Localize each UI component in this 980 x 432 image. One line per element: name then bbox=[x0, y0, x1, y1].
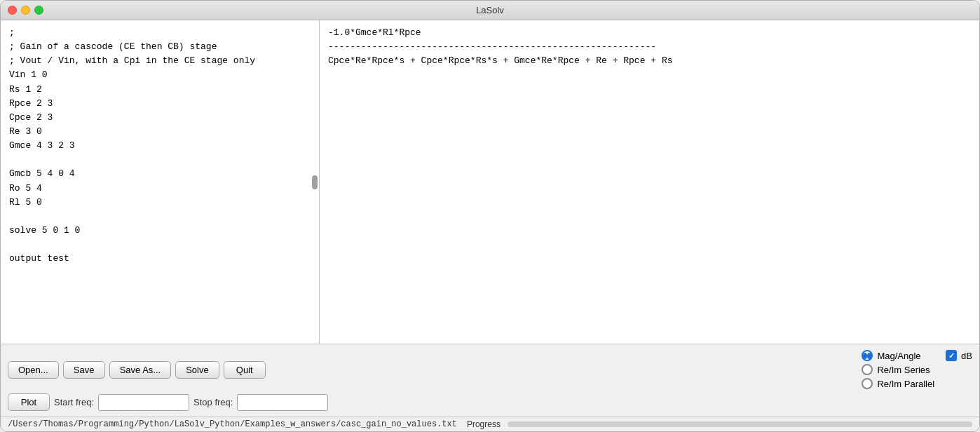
quit-button[interactable]: Quit bbox=[224, 361, 266, 379]
start-freq-label: Start freq: bbox=[54, 397, 94, 407]
radio-circle-mag-angle bbox=[862, 350, 873, 361]
scrollbar-handle[interactable] bbox=[312, 175, 318, 189]
plot-button[interactable]: Plot bbox=[8, 393, 50, 411]
start-freq-input[interactable] bbox=[98, 394, 189, 411]
output-line-2: ----------------------------------------… bbox=[328, 40, 971, 54]
right-controls: Mag/Angle Re/Im Series Re/Im Parallel ✓ bbox=[855, 350, 972, 389]
output-line-1: -1.0*Gmce*Rl*Rpce bbox=[328, 26, 971, 40]
output-line-3: Cpce*Re*Rpce*s + Cpce*Rpce*Rs*s + Gmce*R… bbox=[328, 54, 971, 68]
title-bar: LaSolv bbox=[1, 1, 979, 20]
editor-textarea[interactable]: ; ; Gain of a cascode (CE then CB) stage… bbox=[1, 20, 319, 344]
output-pane: -1.0*Gmce*Rl*Rpce ----------------------… bbox=[320, 20, 979, 344]
editor-pane: ; ; Gain of a cascode (CE then CB) stage… bbox=[1, 20, 320, 344]
progress-bar bbox=[508, 421, 972, 427]
radio-mag-angle-label: Mag/Angle bbox=[877, 351, 920, 361]
close-button[interactable] bbox=[8, 6, 17, 15]
main-window: LaSolv ; ; Gain of a cascode (CE then CB… bbox=[0, 0, 980, 432]
toolbar-row2: Plot Start freq: Stop freq: bbox=[8, 393, 972, 411]
status-bar: /Users/Thomas/Programming/Python/LaSolv_… bbox=[1, 417, 979, 431]
maximize-button[interactable] bbox=[34, 6, 43, 15]
save-button[interactable]: Save bbox=[63, 361, 105, 379]
radio-mag-angle[interactable]: Mag/Angle bbox=[862, 350, 934, 361]
save-as-button[interactable]: Save As... bbox=[109, 361, 172, 379]
window-title: LaSolv bbox=[476, 5, 504, 15]
toolbar-row1: Open... Save Save As... Solve Quit Mag/A… bbox=[8, 350, 972, 389]
stop-freq-label: Stop freq: bbox=[193, 397, 233, 407]
solve-button[interactable]: Solve bbox=[175, 361, 219, 379]
db-label: dB bbox=[961, 351, 972, 361]
db-checkbox-box: ✓ bbox=[946, 350, 957, 361]
db-checkbox-label[interactable]: ✓ dB bbox=[946, 350, 972, 361]
progress-label: Progress bbox=[467, 419, 501, 429]
stop-freq-input[interactable] bbox=[237, 394, 328, 411]
checkbox-check-icon: ✓ bbox=[948, 352, 955, 360]
main-content: ; ; Gain of a cascode (CE then CB) stage… bbox=[1, 20, 979, 344]
radio-group: Mag/Angle Re/Im Series Re/Im Parallel bbox=[862, 350, 934, 389]
radio-reim-parallel-label: Re/Im Parallel bbox=[877, 379, 934, 389]
radio-circle-reim-series bbox=[862, 364, 873, 375]
toolbar: Open... Save Save As... Solve Quit Mag/A… bbox=[1, 344, 979, 417]
radio-reim-series[interactable]: Re/Im Series bbox=[862, 364, 934, 375]
status-path: /Users/Thomas/Programming/Python/LaSolv_… bbox=[8, 419, 457, 429]
radio-circle-reim-parallel bbox=[862, 378, 873, 389]
minimize-button[interactable] bbox=[21, 6, 30, 15]
radio-reim-parallel[interactable]: Re/Im Parallel bbox=[862, 378, 934, 389]
radio-reim-series-label: Re/Im Series bbox=[877, 365, 930, 375]
open-button[interactable]: Open... bbox=[8, 361, 59, 379]
traffic-lights bbox=[8, 6, 43, 15]
